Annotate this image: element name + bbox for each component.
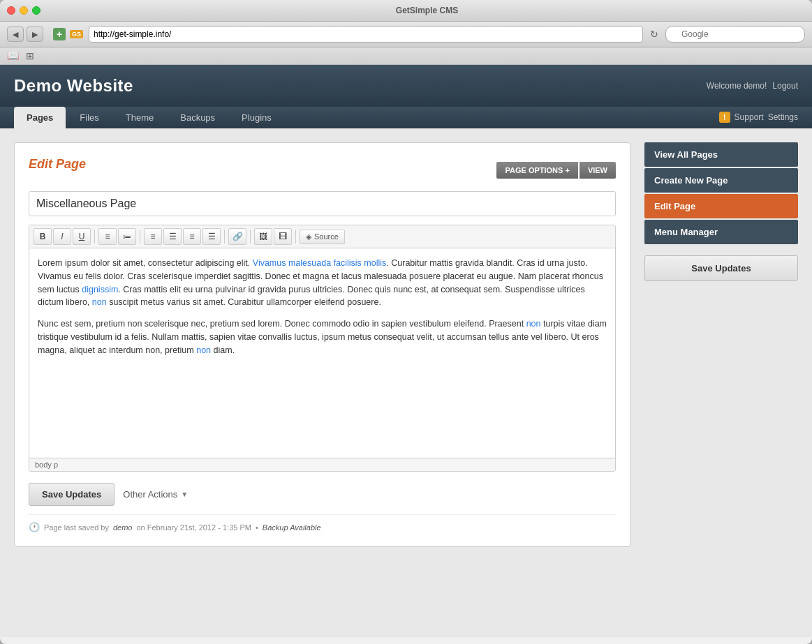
insert-image-button[interactable]: 🖼	[254, 228, 272, 245]
logout-link[interactable]: Logout	[772, 81, 798, 91]
content-paragraph-1: Lorem ipsum dolor sit amet, consectetur …	[38, 257, 607, 309]
align-left-button[interactable]: ≡	[144, 228, 162, 245]
sidebar-save-updates-button[interactable]: Save Updates	[644, 255, 798, 281]
minimize-button[interactable]	[20, 6, 28, 15]
tab-backups[interactable]: Backups	[168, 107, 228, 128]
nav-buttons: ◀ ▶	[7, 27, 43, 42]
welcome-text: Welcome demo!	[707, 81, 767, 91]
source-icon: ◈	[306, 232, 311, 241]
refresh-button[interactable]: ↻	[647, 29, 661, 40]
options-btn-group: PAGE OPTIONS + VIEW	[496, 162, 616, 179]
editor-content[interactable]: Lorem ipsum dolor sit amet, consectetur …	[29, 248, 615, 458]
insert-media-button[interactable]: 🎞	[274, 228, 292, 245]
source-button[interactable]: ◈ Source	[300, 230, 345, 244]
view-button[interactable]: VIEW	[580, 162, 616, 179]
sidebar-menu: View All Pages Create New Page Edit Page…	[644, 142, 798, 244]
main-panel: Edit Page PAGE OPTIONS + VIEW B I U ≡ ≔	[14, 142, 630, 547]
sidebar: View All Pages Create New Page Edit Page…	[644, 142, 798, 547]
settings-link[interactable]: Settings	[768, 112, 798, 122]
cms-content: Edit Page PAGE OPTIONS + VIEW B I U ≡ ≔	[0, 128, 812, 561]
ordered-list-button[interactable]: ≔	[118, 228, 136, 245]
forward-button[interactable]: ▶	[27, 27, 43, 42]
page-options-button[interactable]: PAGE OPTIONS +	[496, 162, 577, 179]
new-tab-button[interactable]: +	[53, 28, 66, 40]
page-title-input[interactable]	[29, 191, 616, 216]
page-options-bar: Edit Page PAGE OPTIONS + VIEW	[29, 157, 616, 183]
tab-pages[interactable]: Pages	[14, 107, 66, 128]
bookmark-bar: 📖 ⊞	[0, 47, 812, 65]
backup-link[interactable]: Backup Available	[263, 523, 321, 532]
editor-statusbar: body p	[29, 458, 615, 471]
bold-button[interactable]: B	[34, 228, 52, 245]
header-actions: Welcome demo! Logout	[707, 81, 798, 91]
maximize-button[interactable]	[32, 6, 40, 15]
search-wrapper: 🔍	[665, 26, 805, 43]
cms-nav: Pages Files Theme Backups Plugins ! Supp…	[0, 107, 812, 128]
tab-theme[interactable]: Theme	[113, 107, 166, 128]
content-paragraph-2: Nunc est sem, pretium non scelerisque ne…	[38, 317, 607, 357]
gs-favicon: GS	[70, 30, 83, 38]
dropdown-arrow-icon: ▼	[181, 491, 188, 498]
toolbar-divider-4	[250, 230, 251, 244]
nav-tabs: Pages Files Theme Backups Plugins	[14, 107, 284, 128]
tab-files[interactable]: Files	[67, 107, 111, 128]
clock-icon: 🕐	[29, 522, 40, 532]
cms-header: Demo Website Welcome demo! Logout	[0, 65, 812, 107]
edit-page-heading: Edit Page	[29, 157, 86, 172]
grid-icon[interactable]: ⊞	[26, 50, 34, 61]
bottom-actions: Save Updates Other Actions ▼	[29, 483, 616, 506]
toolbar-divider-2	[140, 230, 140, 244]
underline-button[interactable]: U	[73, 228, 91, 245]
editor-container: B I U ≡ ≔ ≡ ☰ ≡ ☰ 🔗 🖼	[29, 225, 616, 472]
sidebar-item-view-all-pages[interactable]: View All Pages	[644, 142, 798, 167]
footer-date: on February 21st, 2012 - 1:35 PM	[136, 523, 251, 532]
window-title: GetSimple CMS	[49, 6, 805, 15]
editor-toolbar: B I U ≡ ≔ ≡ ☰ ≡ ☰ 🔗 🖼	[29, 225, 615, 248]
italic-button[interactable]: I	[53, 228, 71, 245]
browser-window: GetSimple CMS ◀ ▶ + GS ↻ 🔍 📖 ⊞ Demo Webs…	[0, 0, 812, 644]
toolbar-divider-5	[295, 230, 296, 244]
site-name: Demo Website	[14, 76, 133, 96]
footer-separator: •	[256, 523, 258, 532]
other-actions-button[interactable]: Other Actions ▼	[123, 489, 188, 500]
footer-user-link[interactable]: demo	[113, 523, 133, 532]
back-button[interactable]: ◀	[7, 27, 24, 42]
close-button[interactable]	[7, 6, 15, 15]
align-center-button[interactable]: ☰	[163, 228, 182, 245]
window-controls	[7, 6, 40, 15]
sidebar-item-menu-manager[interactable]: Menu Manager	[644, 220, 798, 244]
search-input[interactable]	[665, 26, 805, 43]
footer-text: Page last saved by	[44, 523, 109, 532]
other-actions-label: Other Actions	[123, 489, 177, 500]
sidebar-item-edit-page[interactable]: Edit Page	[644, 194, 798, 218]
page-footer: 🕐 Page last saved by demo on February 21…	[29, 514, 616, 532]
toolbar-divider-1	[94, 230, 95, 244]
url-bar[interactable]	[89, 26, 643, 43]
cms-wrapper: Demo Website Welcome demo! Logout Pages …	[0, 65, 812, 637]
tab-plugins[interactable]: Plugins	[229, 107, 284, 128]
nav-right: ! Support Settings	[719, 112, 798, 128]
align-justify-button[interactable]: ☰	[202, 228, 221, 245]
sidebar-item-create-new-page[interactable]: Create New Page	[644, 168, 798, 193]
link-button[interactable]: 🔗	[228, 228, 246, 245]
source-label: Source	[314, 232, 339, 241]
save-updates-button[interactable]: Save Updates	[29, 483, 115, 506]
bookmarks-icon[interactable]: 📖	[7, 50, 19, 61]
align-right-button[interactable]: ≡	[183, 228, 201, 245]
support-badge: !	[719, 112, 730, 123]
unordered-list-button[interactable]: ≡	[98, 228, 117, 245]
browser-toolbar: ◀ ▶ + GS ↻ 🔍	[0, 22, 812, 47]
toolbar-divider-3	[224, 230, 225, 244]
support-link[interactable]: Support	[735, 112, 764, 122]
browser-titlebar: GetSimple CMS	[0, 0, 812, 22]
